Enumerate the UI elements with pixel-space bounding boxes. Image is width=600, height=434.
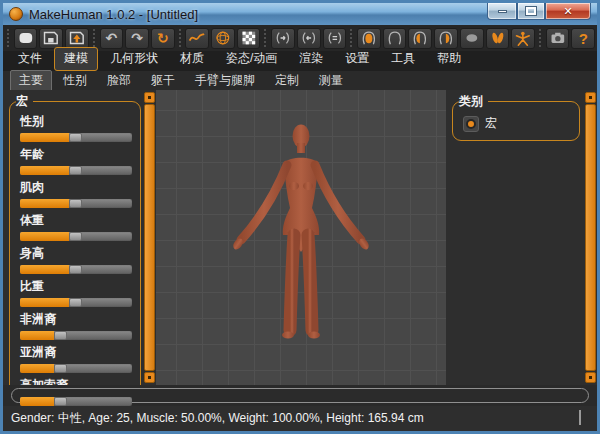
subtab-main[interactable]: 主要 (10, 70, 52, 92)
human-model[interactable] (156, 90, 446, 385)
tab-utilities[interactable]: 工具 (381, 47, 425, 71)
save-icon (40, 29, 62, 47)
slider-gender: 性别 (20, 113, 132, 142)
tab-rendering[interactable]: 渲染 (289, 47, 333, 71)
scrollbar-bottom-handle[interactable] (144, 372, 155, 383)
rotate-left-button[interactable] (271, 28, 295, 49)
background-button[interactable] (237, 28, 261, 49)
category-group-title: 类别 (459, 93, 488, 110)
view-back-button[interactable] (383, 28, 407, 49)
slider-fill (20, 232, 69, 241)
muscle-slider-handle[interactable] (69, 199, 82, 208)
gender-slider-handle[interactable] (69, 133, 82, 142)
slider-weight: 体重 (20, 212, 132, 241)
smooth-curve-icon (186, 29, 208, 47)
status-bar: Gender: 中性, Age: 25, Muscle: 50.00%, Wei… (3, 406, 597, 431)
weight-slider-handle[interactable] (69, 232, 82, 241)
muscle-slider[interactable] (20, 199, 132, 208)
viewport-3d[interactable] (156, 90, 446, 385)
sub-tab-bar: 主要 性别 脸部 躯干 手臂与腿脚 定制 测量 (3, 71, 597, 90)
toolbar-separator (92, 28, 97, 48)
minimize-button[interactable] (487, 3, 517, 20)
category-radio-macro[interactable]: 宏 (463, 115, 571, 132)
view-left-button[interactable] (408, 28, 432, 49)
global-pose-button[interactable] (511, 28, 535, 49)
maximize-button[interactable] (517, 3, 545, 20)
subtab-gender[interactable]: 性别 (54, 70, 96, 92)
minimize-icon (498, 10, 507, 13)
scrollbar-top-handle[interactable] (585, 92, 596, 103)
slider-height: 身高 (20, 245, 132, 274)
subtab-measure[interactable]: 测量 (310, 70, 352, 92)
african-slider-handle[interactable] (54, 331, 67, 340)
subtab-torso[interactable]: 躯干 (142, 70, 184, 92)
tab-files[interactable]: 文件 (8, 47, 52, 71)
slider-age: 年龄 (20, 146, 132, 175)
left-panel-scrollbar[interactable] (143, 90, 156, 385)
rotate-reset-button[interactable] (323, 28, 347, 49)
status-caret (579, 410, 581, 425)
height-slider-handle[interactable] (69, 265, 82, 274)
caucasian-slider[interactable] (20, 397, 132, 406)
gender-slider[interactable] (20, 133, 132, 142)
makehuman-window: MakeHuman 1.0.2 - [Untitled] ✕ ↶ ↷ ↻ (0, 0, 600, 434)
slider-fill (20, 364, 54, 373)
view-front-button[interactable] (357, 28, 381, 49)
scrollbar-thumb[interactable] (144, 104, 155, 371)
view-back-icon (384, 29, 406, 47)
asian-slider[interactable] (20, 364, 132, 373)
african-slider[interactable] (20, 331, 132, 340)
rotate-right-icon (298, 29, 320, 47)
load-button[interactable] (65, 28, 89, 49)
subtab-face[interactable]: 脸部 (98, 70, 140, 92)
help-icon: ? (579, 30, 588, 47)
save-button[interactable] (39, 28, 63, 49)
tab-pose-animate[interactable]: 姿态/动画 (216, 47, 287, 71)
reset-button[interactable]: ↻ (151, 28, 175, 49)
scrollbar-top-handle[interactable] (144, 92, 155, 103)
tab-materials[interactable]: 材质 (170, 47, 214, 71)
rotate-right-button[interactable] (297, 28, 321, 49)
macro-groupbox: 宏 性别 年龄 肌肉 体重 身高 (9, 93, 141, 417)
reset-icon: ↻ (157, 31, 169, 45)
tab-help[interactable]: 帮助 (427, 47, 471, 71)
slider-muscle: 肌肉 (20, 179, 132, 208)
wireframe-button[interactable] (211, 28, 235, 49)
grab-screenshot-button[interactable] (546, 28, 570, 49)
undo-button[interactable]: ↶ (100, 28, 124, 49)
proportion-slider-handle[interactable] (69, 298, 82, 307)
window-title: MakeHuman 1.0.2 - [Untitled] (29, 7, 198, 22)
view-right-button[interactable] (434, 28, 458, 49)
title-bar[interactable]: MakeHuman 1.0.2 - [Untitled] ✕ (3, 3, 597, 25)
weight-slider[interactable] (20, 232, 132, 241)
toolbar-separator (538, 28, 543, 48)
stick-figure-icon (512, 29, 534, 47)
height-slider[interactable] (20, 265, 132, 274)
caucasian-slider-handle[interactable] (54, 397, 67, 406)
right-panel: 类别 宏 (446, 90, 584, 385)
tab-geometries[interactable]: 几何形状 (100, 47, 168, 71)
redo-button[interactable]: ↷ (125, 28, 149, 49)
tab-modelling[interactable]: 建模 (54, 47, 98, 71)
tab-settings[interactable]: 设置 (335, 47, 379, 71)
view-top-button[interactable] (460, 28, 484, 49)
radio-button[interactable] (463, 116, 479, 132)
help-button[interactable]: ? (571, 28, 595, 49)
new-button[interactable] (14, 28, 38, 49)
asian-slider-handle[interactable] (54, 364, 67, 373)
age-slider[interactable] (20, 166, 132, 175)
age-slider-handle[interactable] (69, 166, 82, 175)
close-button[interactable]: ✕ (545, 3, 591, 20)
slider-fill (20, 397, 54, 406)
smooth-button[interactable] (185, 28, 209, 49)
subtab-arms-legs[interactable]: 手臂与腿脚 (186, 70, 264, 92)
scrollbar-thumb[interactable] (585, 104, 596, 371)
close-icon: ✕ (563, 5, 572, 18)
subtab-custom[interactable]: 定制 (266, 70, 308, 92)
scrollbar-bottom-handle[interactable] (585, 372, 596, 383)
proportion-slider[interactable] (20, 298, 132, 307)
new-document-icon (15, 29, 37, 47)
view-bottom-button[interactable] (486, 28, 510, 49)
right-panel-scrollbar[interactable] (584, 90, 597, 385)
view-top-icon (461, 29, 483, 47)
